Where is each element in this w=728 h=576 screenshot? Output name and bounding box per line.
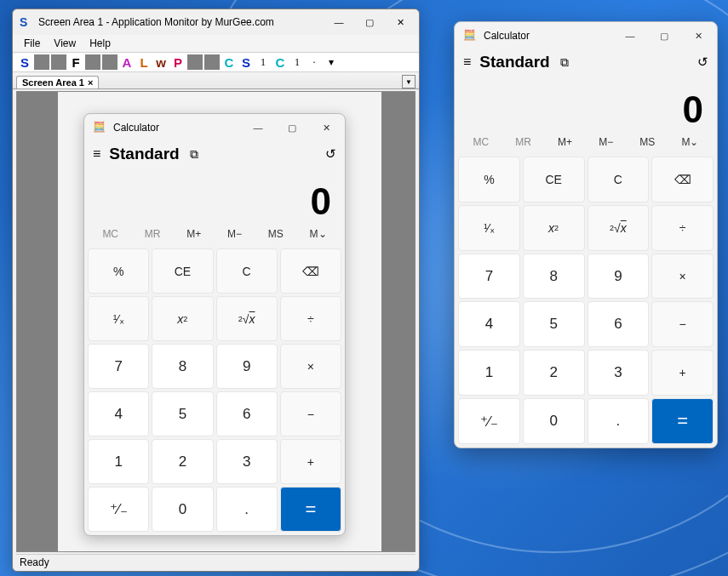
key-decimal[interactable]: . xyxy=(216,487,278,532)
key-eight[interactable]: 8 xyxy=(152,344,213,389)
toolbar-item-15[interactable]: C xyxy=(272,54,288,70)
close-button[interactable]: ✕ xyxy=(385,11,416,33)
mem-m⌄[interactable]: M⌄ xyxy=(681,136,698,148)
menu-view[interactable]: View xyxy=(48,37,82,50)
key-clear[interactable]: C xyxy=(216,248,278,294)
key-negate[interactable]: ⁺⁄₋ xyxy=(458,398,520,444)
key-percent[interactable]: % xyxy=(458,157,520,202)
key-decimal[interactable]: . xyxy=(588,398,650,444)
menu-file[interactable]: File xyxy=(18,37,46,50)
keep-on-top-icon[interactable]: ⧉ xyxy=(560,55,569,70)
calc-close-button[interactable]: ✕ xyxy=(681,24,715,48)
calc-maximize-button[interactable]: ▢ xyxy=(647,24,681,48)
minimize-button[interactable]: — xyxy=(324,11,354,33)
toolbar-item-17[interactable]: · xyxy=(307,54,322,70)
key-zero[interactable]: 0 xyxy=(523,398,585,444)
maximize-button[interactable]: ▢ xyxy=(354,11,385,33)
key-seven[interactable]: 7 xyxy=(88,344,149,389)
toolbar-item-8[interactable]: w xyxy=(153,54,169,70)
key-negate[interactable]: ⁺⁄₋ xyxy=(88,487,149,532)
key-clear-entry[interactable]: CE xyxy=(152,248,213,294)
mem-m−[interactable]: M− xyxy=(599,136,613,148)
toolbar-item-13[interactable]: S xyxy=(238,54,254,70)
toolbar-item-12[interactable]: C xyxy=(221,54,237,70)
key-five[interactable]: 5 xyxy=(152,391,213,436)
key-equals[interactable]: = xyxy=(651,398,714,444)
toolbar-item-4[interactable] xyxy=(85,54,100,70)
toolbar-item-2[interactable] xyxy=(51,54,66,70)
calc-memory-row: MCMRM+M−MSM⌄ xyxy=(84,228,345,245)
key-zero[interactable]: 0 xyxy=(152,487,213,532)
key-subtract[interactable]: − xyxy=(280,391,341,436)
key-sqrt[interactable]: 2√x xyxy=(588,205,650,251)
key-backspace[interactable]: ⌫ xyxy=(280,248,341,294)
key-divide[interactable]: ÷ xyxy=(280,296,341,341)
key-four[interactable]: 4 xyxy=(458,301,520,347)
hamburger-icon[interactable]: ≡ xyxy=(463,54,471,70)
mem-ms[interactable]: MS xyxy=(268,228,284,240)
toolbar-item-6[interactable]: A xyxy=(119,54,135,70)
key-seven[interactable]: 7 xyxy=(458,254,520,299)
toolbar-item-0[interactable]: S xyxy=(17,54,32,70)
calc-maximize-button[interactable]: ▢ xyxy=(275,116,309,140)
tab-dropdown-button[interactable]: ▼ xyxy=(402,75,416,88)
key-divide[interactable]: ÷ xyxy=(651,205,714,251)
key-sqrt[interactable]: 2√x xyxy=(216,296,278,341)
toolbar-item-18[interactable]: ▾ xyxy=(324,54,339,70)
toolbar-item-5[interactable] xyxy=(102,54,118,70)
key-six[interactable]: 6 xyxy=(216,391,278,436)
keep-on-top-icon[interactable]: ⧉ xyxy=(190,147,198,162)
key-clear[interactable]: C xyxy=(588,157,650,202)
key-clear-entry[interactable]: CE xyxy=(523,157,585,202)
mem-m⌄[interactable]: M⌄ xyxy=(310,228,327,240)
key-three[interactable]: 3 xyxy=(216,439,278,484)
tab-screen-area-1[interactable]: Screen Area 1 × xyxy=(16,76,99,88)
mem-ms[interactable]: MS xyxy=(639,136,655,148)
key-backspace[interactable]: ⌫ xyxy=(651,157,714,202)
key-two[interactable]: 2 xyxy=(523,350,585,396)
key-nine[interactable]: 9 xyxy=(216,344,278,389)
key-nine[interactable]: 9 xyxy=(588,254,650,299)
calc-titlebar[interactable]: 🧮 Calculator — ▢ ✕ xyxy=(455,22,717,49)
key-add[interactable]: + xyxy=(651,350,714,396)
key-equals[interactable]: = xyxy=(280,487,341,532)
key-eight[interactable]: 8 xyxy=(523,254,585,299)
toolbar-item-16[interactable]: 1 xyxy=(289,54,305,70)
history-icon[interactable]: ↺ xyxy=(325,146,336,162)
key-six[interactable]: 6 xyxy=(588,301,650,347)
hamburger-icon[interactable]: ≡ xyxy=(93,146,100,162)
calc-titlebar[interactable]: 🧮 Calculator — ▢ ✕ xyxy=(84,114,345,141)
calc-close-button[interactable]: ✕ xyxy=(309,116,343,140)
toolbar-item-9[interactable]: P xyxy=(170,54,186,70)
toolbar-item-1[interactable] xyxy=(34,54,49,70)
key-five[interactable]: 5 xyxy=(523,301,585,347)
toolbar-item-14[interactable]: 1 xyxy=(255,54,271,70)
calc-minimize-button[interactable]: — xyxy=(613,24,647,48)
key-square[interactable]: x2 xyxy=(152,296,213,341)
key-one[interactable]: 1 xyxy=(88,439,149,484)
history-icon[interactable]: ↺ xyxy=(697,54,708,70)
mem-m+[interactable]: M+ xyxy=(558,136,572,148)
calc-minimize-button[interactable]: — xyxy=(241,116,275,140)
menu-help[interactable]: Help xyxy=(83,37,117,50)
key-four[interactable]: 4 xyxy=(88,391,149,436)
key-one[interactable]: 1 xyxy=(458,350,520,396)
key-multiply[interactable]: × xyxy=(651,254,714,299)
key-reciprocal[interactable]: ¹⁄ₓ xyxy=(88,296,149,341)
key-square[interactable]: x2 xyxy=(523,205,585,251)
mem-m−[interactable]: M− xyxy=(227,228,242,240)
key-two[interactable]: 2 xyxy=(152,439,213,484)
toolbar-item-7[interactable]: L xyxy=(136,54,152,70)
key-three[interactable]: 3 xyxy=(588,350,650,396)
key-subtract[interactable]: − xyxy=(651,301,714,347)
key-add[interactable]: + xyxy=(280,439,341,484)
toolbar-item-11[interactable] xyxy=(204,54,220,70)
key-percent[interactable]: % xyxy=(88,248,149,294)
toolbar-item-10[interactable] xyxy=(187,54,203,70)
app-monitor-titlebar[interactable]: S Screen Area 1 - Application Monitor by… xyxy=(13,9,419,35)
key-reciprocal[interactable]: ¹⁄ₓ xyxy=(458,205,520,251)
toolbar-item-3[interactable]: F xyxy=(68,54,83,70)
mem-m+[interactable]: M+ xyxy=(186,228,201,240)
key-multiply[interactable]: × xyxy=(280,344,341,389)
tab-close-icon[interactable]: × xyxy=(88,77,93,88)
